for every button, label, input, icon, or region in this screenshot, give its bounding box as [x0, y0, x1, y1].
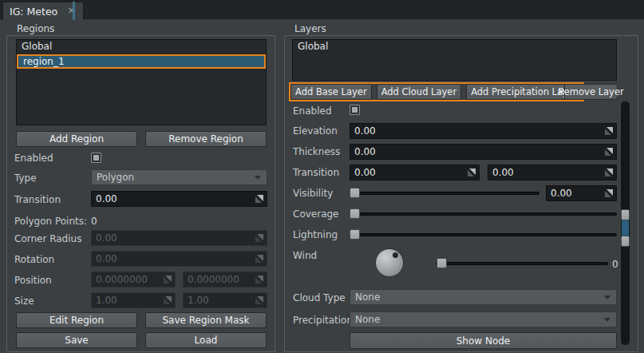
layers-list[interactable]: Global	[292, 39, 617, 81]
enabled-label: Enabled	[14, 153, 53, 165]
scrollbar-range-fill	[622, 220, 629, 236]
vertical-scrollbar[interactable]	[621, 101, 630, 345]
spin-handle-icon	[255, 276, 263, 284]
cloud-type-value: None	[355, 292, 380, 303]
type-label: Type	[14, 173, 37, 184]
thickness-value: 0.00	[354, 146, 376, 157]
polygon-points-label: Polygon Points:	[14, 216, 87, 228]
coverage-label: Coverage	[293, 208, 339, 220]
elevation-spinbox[interactable]: 0.00	[350, 123, 617, 139]
cloud-type-dropdown[interactable]: None	[350, 289, 617, 305]
load-button[interactable]: Load	[145, 332, 267, 348]
corner-radius-spinbox: 0.00	[91, 230, 267, 246]
save-button[interactable]: Save	[16, 332, 137, 348]
chevron-down-icon	[604, 318, 610, 322]
layer-transition-value-1: 0.00	[354, 167, 376, 178]
regions-group: Regions Global region_1 Add Region Remov…	[6, 35, 275, 352]
add-cloud-layer-button[interactable]: Add Cloud Layer	[377, 84, 462, 100]
layers-group-title: Layers	[294, 23, 326, 34]
transition-label: Transition	[14, 194, 61, 206]
corner-radius-value: 0.00	[96, 232, 117, 244]
add-region-button[interactable]: Add Region	[16, 131, 137, 147]
corner-radius-label: Corner Radius	[14, 233, 81, 245]
cloud-type-label: Cloud Type	[293, 292, 346, 304]
remove-layer-button[interactable]: Remove Layer	[564, 84, 618, 100]
visibility-label: Visibility	[293, 188, 333, 200]
size-x-value: 1.00	[96, 295, 117, 306]
regions-group-title: Regions	[17, 23, 54, 34]
tab-accent-line	[73, 2, 75, 20]
visibility-value: 0.00	[551, 188, 572, 199]
edit-region-button[interactable]: Edit Region	[16, 312, 137, 328]
region-enabled-checkbox[interactable]	[91, 153, 101, 163]
spin-handle-icon[interactable]	[468, 169, 476, 176]
list-item[interactable]: Global	[293, 40, 616, 54]
precipitation-label: Precipitation	[293, 315, 353, 327]
tab-ig-meteo[interactable]: IG: Meteo ×	[2, 2, 84, 20]
add-base-layer-button[interactable]: Add Base Layer	[290, 84, 372, 100]
wind-label: Wind	[293, 250, 317, 262]
elevation-value: 0.00	[354, 125, 376, 137]
visibility-slider[interactable]	[350, 192, 539, 195]
lightning-slider[interactable]	[350, 233, 617, 236]
wind-speed-slider[interactable]	[436, 262, 608, 265]
size-y-spinbox: 1.00	[183, 292, 267, 308]
remove-region-button[interactable]: Remove Region	[145, 131, 267, 147]
regions-list[interactable]: Global region_1	[16, 39, 267, 125]
scrollbar-handle-bottom[interactable]	[621, 236, 630, 247]
spin-handle-icon[interactable]	[605, 169, 613, 176]
precipitation-value: None	[355, 314, 380, 325]
spin-handle-icon	[164, 276, 172, 284]
type-dropdown[interactable]: Polygon	[91, 169, 267, 185]
coverage-slider[interactable]	[350, 212, 617, 216]
list-item[interactable]: Global	[17, 40, 266, 54]
tab-bar: IG: Meteo ×	[0, 0, 644, 20]
layer-enabled-label: Enabled	[293, 105, 332, 117]
rotation-spinbox: 0.00	[91, 251, 267, 267]
lightning-slider-handle[interactable]	[350, 229, 360, 240]
rotation-value: 0.00	[96, 253, 117, 264]
spin-handle-icon	[255, 255, 263, 263]
chevron-down-icon	[604, 295, 610, 299]
add-layer-highlight: Add Base Layer Add Cloud Layer Add Preci…	[289, 82, 584, 101]
position-x-spinbox: 0.0000000	[91, 272, 176, 288]
position-y-value: 0.0000000	[188, 274, 239, 285]
list-item-selected[interactable]: region_1	[17, 54, 266, 69]
spin-handle-icon	[255, 234, 263, 242]
thickness-spinbox[interactable]: 0.00	[350, 144, 617, 160]
wind-speed-slider-handle[interactable]	[437, 258, 447, 268]
spin-handle-icon[interactable]	[605, 127, 613, 135]
spin-handle-icon	[164, 296, 172, 304]
elevation-label: Elevation	[293, 125, 338, 137]
show-node-button[interactable]: Show Node	[350, 332, 617, 349]
wind-direction-knob[interactable]	[375, 248, 404, 277]
meteo-panel: IG: Meteo × Regions Global region_1 Add …	[0, 0, 644, 353]
tab-title: IG: Meteo	[10, 6, 57, 18]
knob-indicator-dot	[393, 252, 398, 258]
scrollbar-handle-top[interactable]	[621, 209, 630, 220]
transition-spinbox[interactable]: 0.00	[91, 191, 267, 207]
layers-group: Layers Global Add Base Layer Add Cloud L…	[284, 35, 638, 352]
size-label: Size	[14, 295, 34, 307]
chevron-down-icon	[255, 176, 261, 180]
close-icon[interactable]: ×	[65, 6, 77, 17]
wind-value: 0	[612, 259, 618, 271]
spin-handle-icon	[255, 296, 263, 304]
size-x-spinbox: 1.00	[91, 292, 176, 308]
visibility-spinbox[interactable]: 0.00	[546, 185, 617, 201]
spin-handle-icon[interactable]	[605, 189, 613, 197]
layer-transition-spinbox-2[interactable]: 0.00	[488, 165, 617, 180]
spin-handle-icon[interactable]	[255, 195, 263, 203]
layer-enabled-checkbox[interactable]	[350, 105, 360, 115]
transition-value: 0.00	[96, 193, 117, 204]
precipitation-dropdown[interactable]: None	[350, 311, 617, 327]
visibility-slider-handle[interactable]	[350, 188, 360, 198]
size-y-value: 1.00	[188, 295, 209, 306]
position-x-value: 0.0000000	[96, 274, 148, 285]
coverage-slider-handle[interactable]	[350, 208, 360, 219]
position-label: Position	[14, 275, 52, 287]
layer-transition-spinbox-1[interactable]: 0.00	[350, 165, 480, 180]
spin-handle-icon[interactable]	[605, 148, 613, 156]
lightning-label: Lightning	[293, 229, 338, 241]
save-region-mask-button[interactable]: Save Region Mask	[145, 312, 267, 328]
